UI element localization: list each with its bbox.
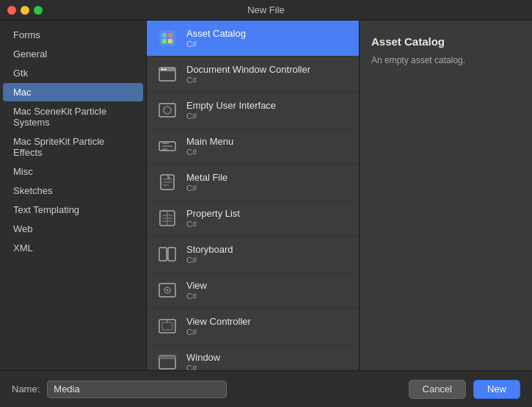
file-text-metal-file: Metal FileC# [186,172,227,192]
file-subtitle-view: C# [186,292,207,300]
file-title-asset-catalog: Asset Catalog [186,28,246,39]
view-ctrl-icon [156,314,179,338]
file-title-view-controller: View Controller [186,316,251,327]
file-subtitle-main-menu: C# [186,148,233,156]
file-item-property-list[interactable]: Property ListC# [147,201,359,237]
svg-rect-9 [159,104,175,117]
sidebar-item-general[interactable]: General [3,45,143,63]
titlebar: New File [0,0,532,21]
bottom-bar: Name: Cancel New [0,370,532,407]
sidebar-item-mac-spritekit[interactable]: Mac SpriteKit Particle Effects [3,132,143,162]
sidebar-item-mac[interactable]: Mac [3,83,143,101]
svg-point-8 [164,68,166,70]
file-text-window: WindowC# [186,352,220,370]
detail-panel: Asset Catalog An empty asset catalog. [360,21,532,370]
sidebar-item-misc[interactable]: Misc [3,162,143,181]
file-title-storyboard: Storyboard [186,244,233,255]
svg-rect-4 [168,39,172,43]
file-item-main-menu[interactable]: Main MenuC# [147,129,359,165]
file-subtitle-view-controller: C# [186,328,251,336]
file-title-doc-window-ctrl: Document Window Controller [186,64,310,75]
name-input[interactable] [47,381,227,398]
file-item-metal-file[interactable]: Metal FileC# [147,165,359,201]
close-button[interactable] [7,6,16,15]
detail-title: Asset Catalog [371,35,520,48]
file-title-metal-file: Metal File [186,172,227,183]
file-title-view: View [186,280,207,291]
file-text-property-list: Property ListC# [186,208,240,228]
file-item-doc-window-ctrl[interactable]: Document Window ControllerC# [147,57,359,93]
maximize-button[interactable] [34,6,43,15]
file-item-view[interactable]: ViewC# [147,273,359,309]
metal-icon [156,170,179,194]
file-text-asset-catalog: Asset CatalogC# [186,28,246,48]
cancel-button[interactable]: Cancel [409,380,466,399]
svg-rect-3 [162,39,167,43]
sidebar-item-web[interactable]: Web [3,220,143,238]
detail-description: An empty asset catalog. [371,54,520,67]
empty-ui-icon [156,98,179,122]
sidebar-item-forms[interactable]: Forms [3,26,143,44]
sidebar: FormsGeneralGtkMacMac SceneKit Particle … [0,21,147,370]
file-text-view: ViewC# [186,280,207,300]
file-title-empty-ui: Empty User Interface [186,100,276,111]
view-icon [156,278,179,302]
file-list: Asset CatalogC# Document Window Controll… [147,21,360,370]
file-subtitle-metal-file: C# [186,184,227,192]
window-controls [7,6,43,15]
svg-rect-30 [162,323,172,330]
svg-rect-34 [161,356,174,358]
file-subtitle-storyboard: C# [186,256,233,264]
file-title-window: Window [186,352,220,363]
name-label: Name: [12,383,40,395]
svg-point-28 [167,289,169,292]
sidebar-item-mac-scenekit[interactable]: Mac SceneKit Particle Systems [3,102,143,132]
file-item-empty-ui[interactable]: Empty User InterfaceC# [147,93,359,129]
sidebar-item-xml[interactable]: XML [3,239,143,257]
file-item-asset-catalog[interactable]: Asset CatalogC# [147,21,359,57]
sidebar-item-gtk[interactable]: Gtk [3,64,143,82]
property-list-icon [156,206,179,230]
file-text-main-menu: Main MenuC# [186,136,233,156]
doc-window-icon [156,62,179,86]
minimize-button[interactable] [21,6,29,15]
svg-point-10 [164,107,171,114]
content-area: FormsGeneralGtkMacMac SceneKit Particle … [0,21,532,370]
sidebar-item-text-templating[interactable]: Text Templating [3,201,143,219]
file-item-storyboard[interactable]: StoryboardC# [147,237,359,273]
svg-rect-25 [168,248,175,261]
file-text-empty-ui: Empty User InterfaceC# [186,100,276,120]
window-icon [156,350,179,370]
file-text-storyboard: StoryboardC# [186,244,233,264]
asset-icon [156,26,179,50]
svg-rect-1 [162,33,167,37]
new-button[interactable]: New [473,380,520,399]
file-text-doc-window-ctrl: Document Window ControllerC# [186,64,310,84]
file-text-view-controller: View ControllerC# [186,316,251,336]
file-subtitle-window: C# [186,364,220,370]
svg-rect-0 [160,31,175,46]
window-title: New File [247,4,285,15]
main-container: FormsGeneralGtkMacMac SceneKit Particle … [0,21,532,407]
svg-rect-2 [168,33,172,37]
file-subtitle-empty-ui: C# [186,112,276,120]
main-menu-icon [156,134,179,158]
svg-point-7 [161,68,163,70]
file-item-window[interactable]: WindowC# [147,345,359,370]
file-subtitle-asset-catalog: C# [186,40,246,48]
svg-rect-24 [159,248,167,261]
file-title-main-menu: Main Menu [186,136,233,147]
file-item-view-controller[interactable]: View ControllerC# [147,309,359,345]
sidebar-item-sketches[interactable]: Sketches [3,181,143,200]
file-title-property-list: Property List [186,208,240,219]
storyboard-icon [156,242,179,266]
file-subtitle-doc-window-ctrl: C# [186,76,310,84]
file-subtitle-property-list: C# [186,220,240,228]
